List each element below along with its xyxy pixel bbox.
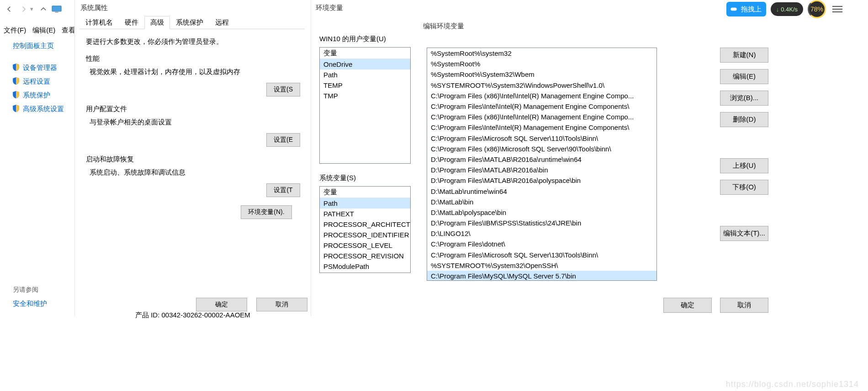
cancel-button[interactable]: 取消: [720, 298, 768, 313]
path-entry[interactable]: C:\Program Files\Microsoft SQL Server\13…: [427, 250, 656, 260]
list-item[interactable]: PROCESSOR_IDENTIFIER: [320, 230, 410, 240]
path-entry[interactable]: %SYSTEMROOT%\System32\WindowsPowerShell\…: [427, 80, 656, 91]
dialog-title: 系统属性: [75, 0, 309, 16]
path-entries-list[interactable]: %SystemRoot%\system32%SystemRoot%%System…: [427, 48, 657, 281]
list-item[interactable]: PROCESSOR_ARCHITECTURE: [320, 219, 410, 230]
sidebar-item[interactable]: 设备管理器: [0, 61, 73, 75]
list-item[interactable]: PROCESSOR_REVISION: [320, 251, 410, 261]
user-vars-heading: WIN10 的用户变量(U): [319, 35, 417, 43]
move-up-button[interactable]: 上移(U): [720, 158, 768, 173]
path-entry[interactable]: C:\Program Files (x86)\Intel\Intel(R) Ma…: [427, 112, 656, 122]
path-entry[interactable]: %SystemRoot%\system32: [427, 48, 656, 59]
sidebar: 控制面板主页 设备管理器远程设置系统保护高级系统设置 另请参阅 安全和维护: [0, 39, 73, 310]
control-panel-home-link[interactable]: 控制面板主页: [0, 39, 73, 53]
column-header[interactable]: 变量: [320, 48, 410, 59]
back-arrow-icon[interactable]: [4, 4, 15, 15]
startup-recovery-desc: 系统启动、系统故障和调试信息: [86, 168, 301, 177]
path-entry[interactable]: C:\Program Files\dotnet\: [427, 239, 656, 249]
cancel-button[interactable]: 取消: [256, 298, 307, 311]
sidebar-item-label: 高级系统设置: [23, 105, 64, 113]
cloud-icon: [729, 5, 738, 14]
network-speed-pill[interactable]: ↓ 0.4K/s: [771, 2, 803, 16]
sidebar-item[interactable]: 高级系统设置: [0, 102, 73, 116]
path-entry[interactable]: D:\MatLab\bin: [427, 197, 656, 207]
list-item[interactable]: TEMP: [320, 272, 410, 273]
performance-label: 性能: [86, 54, 301, 63]
tab[interactable]: 计算机名: [79, 16, 119, 29]
nav-separator: ▾: [30, 5, 33, 12]
delete-button[interactable]: 删除(D): [720, 112, 768, 127]
sidebar-item-label: 远程设置: [23, 77, 50, 86]
list-item[interactable]: PROCESSOR_LEVEL: [320, 240, 410, 251]
column-header[interactable]: 变量: [320, 187, 410, 198]
tab[interactable]: 硬件: [119, 16, 144, 29]
environment-variables-dialog: 环境变量 WIN10 的用户变量(U) 变量 OneDrivePathTEMPT…: [311, 0, 417, 316]
path-entry[interactable]: %SYSTEMROOT%\System32\OpenSSH\: [427, 260, 656, 271]
user-vars-listbox[interactable]: 变量 OneDrivePathTEMPTMP: [319, 47, 411, 164]
dialog-title: 环境变量: [311, 0, 417, 16]
path-entry[interactable]: D:\MatLab\polyspace\bin: [427, 207, 656, 218]
move-down-button[interactable]: 下移(O): [720, 180, 768, 195]
drag-label: 拖拽上: [741, 5, 762, 14]
path-entry[interactable]: C:\Program Files\Microsoft SQL Server\11…: [427, 133, 656, 144]
user-profile-settings-button[interactable]: 设置(E: [266, 133, 300, 147]
path-entry[interactable]: D:\Program Files\MATLAB\R2016a\bin: [427, 165, 656, 175]
net-speed-text: 0.4K/s: [781, 6, 798, 13]
security-maintenance-link[interactable]: 安全和维护: [0, 298, 73, 310]
usage-gauge[interactable]: 78%: [808, 0, 826, 18]
drag-upload-badge[interactable]: 拖拽上: [726, 2, 766, 16]
performance-desc: 视觉效果，处理器计划，内存使用，以及虚拟内存: [86, 68, 301, 76]
list-item[interactable]: PSModulePath: [320, 261, 410, 272]
edit-button[interactable]: 编辑(E): [720, 69, 768, 84]
path-entry[interactable]: C:\Program Files (x86)\Intel\Intel(R) Ma…: [427, 91, 656, 101]
menu-edit[interactable]: 编辑(E): [32, 26, 55, 35]
browse-button[interactable]: 浏览(B)...: [720, 91, 768, 106]
list-item[interactable]: Path: [320, 198, 410, 209]
path-entry[interactable]: D:\MatLab\runtime\win64: [427, 186, 656, 196]
download-arrow-icon: ↓: [776, 6, 779, 13]
ok-button[interactable]: 确定: [196, 298, 247, 311]
path-entry[interactable]: %SystemRoot%\System32\Wbem: [427, 69, 656, 80]
sidebar-item[interactable]: 远程设置: [0, 75, 73, 88]
menu-view[interactable]: 查看: [62, 26, 75, 35]
list-item[interactable]: PATHEXT: [320, 209, 410, 219]
path-entry[interactable]: C:\Program Files\Intel\Intel(R) Manageme…: [427, 101, 656, 112]
path-entry[interactable]: D:\LINGO12\: [427, 228, 656, 239]
path-entry[interactable]: C:\Program Files\MySQL\MySQL Server 5.7\…: [427, 271, 656, 281]
environment-variables-button[interactable]: 环境变量(N).: [241, 205, 292, 219]
right-buttons-column: 新建(N) 编辑(E) 浏览(B)... 删除(D) 上移(U) 下移(O) 编…: [720, 48, 768, 241]
path-entry[interactable]: D:\Program Files\MATLAB\R2016a\runtime\w…: [427, 154, 656, 165]
tab[interactable]: 高级: [144, 16, 170, 29]
list-item[interactable]: OneDrive: [320, 59, 410, 70]
ok-button[interactable]: 确定: [663, 298, 712, 313]
tab[interactable]: 系统保护: [170, 16, 209, 29]
startup-recovery-settings-button[interactable]: 设置(T: [266, 183, 300, 197]
system-vars-listbox[interactable]: 变量 PathPATHEXTPROCESSOR_ARCHITECTUREPROC…: [319, 186, 411, 273]
startup-recovery-group: 启动和故障恢复 系统启动、系统故障和调试信息 设置(T: [86, 155, 301, 197]
svg-rect-0: [52, 5, 61, 11]
see-also-heading: 另请参阅: [0, 280, 73, 298]
dialog-title: 编辑环境变量: [417, 19, 718, 33]
menu-file[interactable]: 文件(F): [4, 26, 26, 35]
overlay-widget: 拖拽上 ↓ 0.4K/s 78%: [726, 0, 842, 18]
new-button[interactable]: 新建(N): [720, 48, 768, 63]
performance-settings-button[interactable]: 设置(S: [266, 83, 300, 96]
up-arrow-icon[interactable]: [38, 4, 49, 15]
path-entry[interactable]: D:\Program Files\MATLAB\R2016a\polyspace…: [427, 175, 656, 186]
edit-text-button[interactable]: 编辑文本(T)...: [720, 226, 768, 241]
startup-recovery-label: 启动和故障恢复: [86, 155, 301, 164]
path-entry[interactable]: %SystemRoot%: [427, 59, 656, 69]
menu-bar: 文件(F) 编辑(E) 查看: [0, 23, 75, 37]
list-item[interactable]: TMP: [320, 91, 410, 101]
path-entry[interactable]: D:\Program Files\IBM\SPSS\Statistics\24\…: [427, 218, 656, 228]
path-entry[interactable]: C:\Program Files\Intel\Intel(R) Manageme…: [427, 122, 656, 133]
system-vars-heading: 系统变量(S): [319, 174, 417, 182]
list-item[interactable]: Path: [320, 70, 410, 80]
menu-icon[interactable]: [832, 4, 842, 14]
sidebar-item[interactable]: 系统保护: [0, 88, 73, 102]
path-entry[interactable]: C:\Program Files (x86)\Microsoft SQL Ser…: [427, 144, 656, 154]
tab[interactable]: 远程: [209, 16, 235, 29]
system-properties-dialog: 系统属性 计算机名硬件高级系统保护远程 要进行大多数更改，你必须作为管理员登录。…: [74, 0, 309, 316]
list-item[interactable]: TEMP: [320, 80, 410, 91]
forward-arrow-icon[interactable]: [18, 4, 29, 15]
